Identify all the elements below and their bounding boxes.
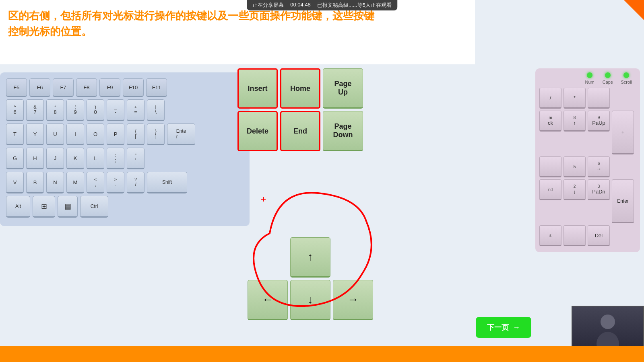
numpad-4[interactable] — [539, 156, 561, 177]
main-keyboard: F5 F6 F7 F8 F9 F10 F11 ^ 6 & 7 * 8 ( — [0, 72, 250, 226]
next-page-arrow: → — [513, 323, 520, 332]
status-bar: 正在分享屏幕 00:04:48 已报文秘高级......等5人正在观看 — [247, 0, 397, 10]
nav-cluster: Insert Home Page Up Delete End Page Down — [237, 68, 374, 159]
numpad-slash[interactable]: / — [539, 88, 561, 109]
key-y[interactable]: Y — [26, 123, 44, 145]
key-end[interactable]: End — [280, 111, 320, 151]
sharing-status: 正在分享屏幕 — [252, 2, 284, 9]
numpad-del[interactable]: Del — [588, 225, 610, 246]
key-backslash[interactable]: | \ — [147, 99, 165, 121]
key-ctrl-right[interactable]: Ctrl — [80, 196, 108, 218]
key-m[interactable]: M — [66, 172, 84, 193]
key-p[interactable]: P — [107, 123, 124, 145]
key-v[interactable]: V — [6, 172, 24, 193]
next-page-label: 下一页 — [487, 323, 509, 332]
key-insert[interactable]: Insert — [237, 68, 278, 109]
corner-marker — [624, 0, 644, 20]
key-home[interactable]: Home — [280, 68, 320, 109]
numpad-indicators: Num Caps Scroll — [539, 72, 636, 84]
key-f10[interactable]: F10 — [123, 78, 144, 97]
numpad: Num Caps Scroll / * − m ck 8 — [535, 68, 640, 252]
next-page-button[interactable]: 下一页 → — [476, 317, 531, 338]
key-o[interactable]: O — [87, 123, 104, 145]
key-b[interactable]: B — [26, 172, 44, 193]
numpad-5[interactable]: 5 — [564, 156, 586, 177]
key-minus[interactable]: _ - — [107, 99, 124, 121]
key-period[interactable]: > . — [107, 172, 124, 193]
caps-lock-light — [605, 72, 611, 78]
key-arrow-right[interactable]: → — [333, 280, 373, 320]
key-arrow-left[interactable]: ← — [248, 280, 288, 320]
timer: 00:04:48 — [290, 2, 311, 9]
key-u[interactable]: U — [46, 123, 64, 145]
numpad-row-1: / * − — [539, 88, 636, 109]
numpad-7[interactable]: m ck — [539, 111, 561, 132]
fkeys-row: F5 F6 F7 F8 F9 F10 F11 — [6, 78, 244, 97]
scroll-lock-light — [623, 72, 629, 78]
key-l[interactable]: L — [87, 148, 104, 169]
numpad-enter[interactable]: Enter — [612, 179, 634, 223]
key-f6[interactable]: F6 — [29, 78, 50, 97]
key-pageup[interactable]: Page Up — [323, 68, 363, 109]
key-7[interactable]: & 7 — [26, 99, 44, 121]
key-i[interactable]: I — [66, 123, 84, 145]
key-j[interactable]: J — [46, 148, 64, 169]
key-slash[interactable]: ? / — [127, 172, 144, 193]
home-row: G H J K L : ; " ' — [6, 148, 244, 169]
numpad-6[interactable]: 6 → — [588, 156, 610, 177]
key-arrow-up[interactable]: ↑ — [290, 237, 330, 278]
numpad-row-5: s Del — [539, 225, 636, 246]
key-menu[interactable]: ▤ — [58, 196, 78, 218]
key-9[interactable]: ( 9 — [66, 99, 84, 121]
numpad-row-4: nd 2 ↓ 3 PaDn Enter — [539, 179, 636, 223]
key-f11[interactable]: F11 — [146, 78, 167, 97]
key-equals[interactable]: + = — [127, 99, 144, 121]
bottom-alpha-row: V B N M < , > . ? / Shift — [6, 172, 244, 193]
annotation-text: 区的右侧，包括所有对光标进行操作的按键以及一些页面操作功能键，这些按键 控制光标… — [8, 8, 463, 39]
key-comma[interactable]: < , — [87, 172, 104, 193]
key-win[interactable]: ⊞ — [33, 196, 55, 218]
key-quote[interactable]: " ' — [127, 148, 144, 169]
numpad-9[interactable]: 9 PaUp — [588, 111, 610, 132]
numpad-minus[interactable]: − — [588, 88, 610, 109]
key-t[interactable]: T — [6, 123, 24, 145]
key-6[interactable]: ^ 6 — [6, 99, 24, 121]
numpad-s[interactable]: s — [539, 225, 561, 246]
numpad-8[interactable]: 8 ↑ — [564, 111, 586, 132]
key-h[interactable]: H — [26, 148, 44, 169]
key-f5[interactable]: F5 — [6, 78, 27, 97]
key-g[interactable]: G — [6, 148, 24, 169]
numpad-3[interactable]: 3 PaDn — [588, 179, 610, 200]
key-f7[interactable]: F7 — [53, 78, 74, 97]
caps-lock-label: Caps — [603, 80, 613, 84]
key-alt[interactable]: Alt — [6, 196, 30, 218]
key-bracket-right[interactable]: } ] — [147, 123, 165, 145]
key-n[interactable]: N — [46, 172, 64, 193]
numpad-1[interactable]: nd — [539, 179, 561, 200]
key-bracket-left[interactable]: { [ — [127, 123, 144, 145]
key-arrow-down[interactable]: ↓ — [290, 280, 330, 320]
key-semicolon[interactable]: : ; — [107, 148, 124, 169]
modifier-row: Alt ⊞ ▤ Ctrl — [6, 196, 244, 218]
numpad-0[interactable] — [564, 225, 586, 246]
key-f8[interactable]: F8 — [76, 78, 97, 97]
num-lock-label: Num — [585, 80, 594, 84]
bottom-bar — [0, 346, 644, 362]
numpad-asterisk[interactable]: * — [564, 88, 586, 109]
key-shift-right[interactable]: Shift — [147, 172, 187, 193]
key-0[interactable]: ) 0 — [87, 99, 104, 121]
key-delete[interactable]: Delete — [237, 111, 278, 151]
numpad-row-3: 5 6 → — [539, 156, 636, 177]
key-8[interactable]: * 8 — [46, 99, 64, 121]
numpad-2[interactable]: 2 ↓ — [564, 179, 586, 200]
scroll-lock-label: Scroll — [621, 80, 632, 84]
key-k[interactable]: K — [66, 148, 84, 169]
svg-point-0 — [601, 315, 615, 329]
key-f9[interactable]: F9 — [99, 78, 120, 97]
key-enter[interactable]: Enter — [167, 123, 195, 145]
caps-lock-indicator: Caps — [603, 72, 613, 84]
numpad-plus[interactable]: + — [612, 111, 634, 154]
viewer-count: 已报文秘高级......等5人正在观看 — [317, 2, 392, 9]
annotation-area: 区的右侧，包括所有对光标进行操作的按键以及一些页面操作功能键，这些按键 控制光标… — [0, 0, 475, 64]
key-pagedown[interactable]: Page Down — [323, 111, 363, 151]
